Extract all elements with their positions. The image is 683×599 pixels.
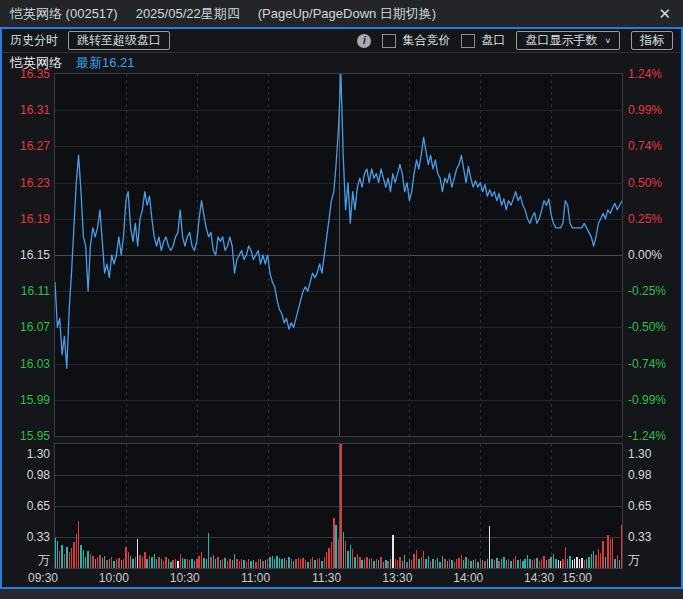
title-date: 2025/05/22星期四 [136, 5, 240, 23]
percent-axis-label: 0.00% [628, 248, 662, 262]
percent-axis-label: 0.99% [628, 103, 662, 117]
title-hint: (PageUp/PageDown 日期切换) [258, 5, 436, 23]
volume-axis-label: 0.65 [27, 499, 50, 513]
percent-axis-label: 0.50% [628, 176, 662, 190]
price-axis-label: 16.07 [20, 320, 50, 334]
time-axis-label: 13:30 [382, 571, 412, 585]
time-axis-label: 11:30 [312, 571, 341, 585]
percent-axis-label: -0.99% [628, 393, 666, 407]
price-axis-label: 16.23 [20, 176, 50, 190]
latest-price: 最新16.21 [76, 54, 135, 72]
percent-axis-label: 0.74% [628, 139, 662, 153]
volume-unit-label: 万 [38, 552, 50, 569]
price-axis-label: 16.31 [20, 103, 50, 117]
price-axis-left: 16.3516.3116.2716.2316.1916.1516.1116.07… [2, 73, 54, 437]
volume-axis-left: 1.300.980.650.33万 [2, 443, 54, 569]
close-icon[interactable]: ✕ [658, 6, 671, 21]
toolbar: 历史分时 跳转至超级盘口 i 集合竞价 盘口 盘口显示手数 ∨ 指标 [2, 29, 681, 53]
lots-display-label[interactable]: 盘口显示手数 [525, 33, 597, 48]
price-axis-label: 15.95 [20, 429, 50, 443]
price-axis-label: 16.11 [21, 284, 50, 298]
volume-axis-label: 1.30 [27, 447, 50, 461]
jump-super-pankou-button[interactable]: 跳转至超级盘口 [68, 31, 170, 50]
price-chart-pane[interactable] [54, 73, 623, 437]
volume-axis-label: 0.33 [27, 530, 50, 544]
time-axis-label: 09:30 [28, 571, 58, 585]
chevron-down-icon: ∨ [604, 34, 611, 47]
percent-axis-right: 1.24%0.99%0.74%0.50%0.25%0.00%-0.25%-0.5… [623, 73, 681, 437]
time-axis-label: 10:00 [99, 571, 129, 585]
time-axis-label: 11:00 [241, 571, 270, 585]
time-axis-label: 10:30 [170, 571, 200, 585]
checkbox-box[interactable] [382, 34, 396, 48]
volume-unit-label: 万 [628, 552, 640, 569]
checkbox-box[interactable] [461, 34, 475, 48]
percent-axis-label: 0.25% [628, 212, 662, 226]
price-axis-label: 16.35 [20, 67, 50, 81]
volume-axis-label: 0.98 [628, 468, 651, 482]
price-axis-label: 16.19 [20, 212, 50, 226]
call-auction-checkbox[interactable]: 集合竞价 [382, 32, 450, 49]
call-auction-label[interactable]: 集合竞价 [402, 32, 450, 49]
time-axis-label: 14:00 [453, 571, 483, 585]
price-axis-label: 16.15 [20, 248, 50, 262]
percent-axis-label: -0.74% [628, 357, 666, 371]
volume-chart-pane[interactable] [54, 443, 623, 569]
window-body: 历史分时 跳转至超级盘口 i 集合竞价 盘口 盘口显示手数 ∨ 指标 [0, 27, 683, 589]
history-minute-button[interactable]: 历史分时 [10, 32, 58, 49]
volume-axis-label: 0.33 [628, 530, 651, 544]
indicator-button[interactable]: 指标 [631, 31, 673, 50]
title-bar: 恺英网络 (002517) 2025/05/22星期四 (PageUp/Page… [0, 0, 683, 27]
volume-axis-label: 1.30 [628, 447, 651, 461]
volume-axis-right: 1.300.980.650.33万 [623, 443, 681, 569]
time-axis: 09:3010:0010:3011:0011:3013:3014:0014:30… [2, 569, 681, 587]
percent-axis-label: -0.50% [628, 320, 666, 334]
lots-display-dropdown[interactable]: 盘口显示手数 ∨ [516, 31, 620, 50]
pankou-checkbox[interactable]: 盘口 [461, 32, 505, 49]
price-line-chart [55, 74, 622, 436]
volume-bar-chart [55, 444, 622, 568]
price-axis-label: 16.27 [20, 139, 50, 153]
title-stock-code: 恺英网络 (002517) [10, 5, 118, 23]
info-icon[interactable]: i [357, 34, 371, 48]
price-pane-row: 16.3516.3116.2716.2316.1916.1516.1116.07… [2, 73, 681, 437]
pankou-label[interactable]: 盘口 [481, 32, 505, 49]
toolbar-right-group: i 集合竞价 盘口 盘口显示手数 ∨ 指标 [357, 31, 673, 50]
volume-axis-label: 0.65 [628, 499, 651, 513]
percent-axis-label: 1.24% [628, 67, 662, 81]
percent-axis-label: -1.24% [628, 429, 666, 443]
percent-axis-label: -0.25% [628, 284, 666, 298]
intraday-chart-window: 恺英网络 (002517) 2025/05/22星期四 (PageUp/Page… [0, 0, 683, 589]
volume-pane-row: 1.300.980.650.33万 1.300.980.650.33万 [2, 443, 681, 569]
volume-axis-label: 0.98 [27, 468, 50, 482]
time-axis-label: 14:30 [524, 571, 554, 585]
price-axis-label: 16.03 [20, 357, 50, 371]
chart-area: 16.3516.3116.2716.2316.1916.1516.1116.07… [2, 73, 681, 587]
price-axis-label: 15.99 [20, 393, 50, 407]
time-axis-label: 15:00 [562, 571, 592, 585]
quote-row: 恺英网络 最新16.21 [2, 53, 681, 73]
